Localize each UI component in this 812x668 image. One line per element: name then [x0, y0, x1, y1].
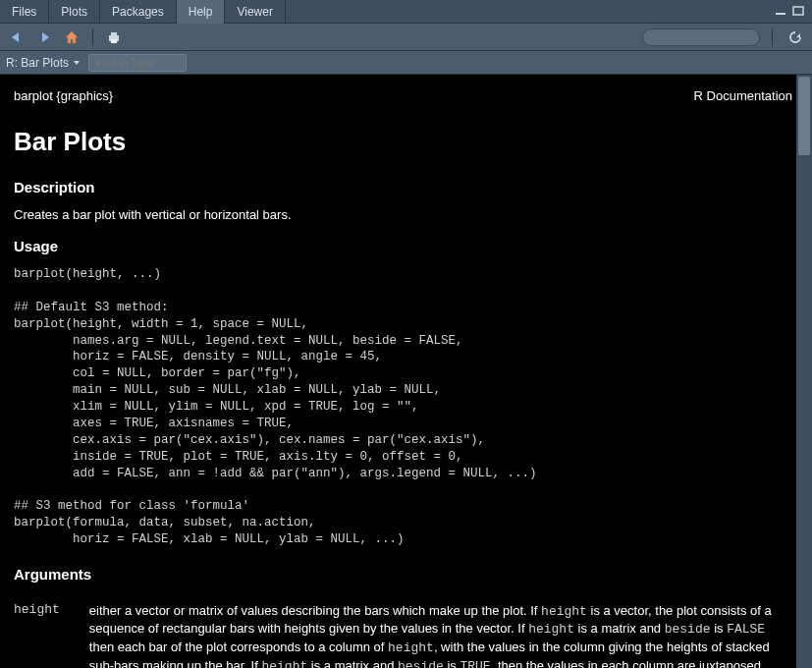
svg-rect-1 — [793, 7, 803, 15]
tab-packages[interactable]: Packages — [100, 0, 177, 24]
help-toolbar — [0, 24, 812, 51]
breadcrumb[interactable]: R: Bar Plots — [6, 56, 81, 70]
tab-files[interactable]: Files — [0, 0, 49, 24]
arg-desc: either a vector or matrix of values desc… — [89, 602, 792, 668]
breadcrumb-label: R: Bar Plots — [6, 56, 69, 70]
chevron-down-icon — [73, 60, 81, 66]
args-table: height either a vector or matrix of valu… — [14, 602, 792, 668]
description-text: Creates a bar plot with vertical or hori… — [14, 207, 792, 222]
svg-rect-0 — [776, 13, 785, 15]
tab-help[interactable]: Help — [177, 0, 226, 24]
back-button[interactable] — [6, 28, 27, 47]
rdoc-label: R Documentation — [694, 88, 792, 103]
help-subbar: R: Bar Plots — [0, 51, 812, 75]
tab-viewer[interactable]: Viewer — [225, 0, 285, 24]
minimize-icon[interactable] — [775, 5, 788, 19]
arg-row-height: height either a vector or matrix of valu… — [14, 602, 792, 668]
usage-code: barplot(height, ...) ## Default S3 metho… — [14, 266, 792, 548]
scrollbar-thumb[interactable] — [798, 77, 810, 155]
maximize-icon[interactable] — [792, 5, 806, 19]
window-controls — [775, 5, 812, 19]
arg-name: height — [14, 602, 89, 668]
svg-rect-4 — [111, 39, 117, 43]
help-search-input[interactable] — [653, 31, 788, 43]
desc-heading: Description — [14, 179, 792, 195]
refresh-button[interactable] — [785, 28, 806, 47]
print-button[interactable] — [103, 28, 125, 47]
help-search[interactable] — [642, 28, 760, 46]
help-content: barplot {graphics} R Documentation Bar P… — [0, 75, 812, 668]
usage-heading: Usage — [14, 238, 792, 254]
forward-button[interactable] — [33, 28, 55, 47]
page-title: Bar Plots — [14, 127, 792, 157]
tab-plots[interactable]: Plots — [49, 0, 100, 24]
find-in-topic-input[interactable] — [88, 54, 187, 72]
args-heading: Arguments — [14, 566, 792, 583]
pane-tabbar: Files Plots Packages Help Viewer — [0, 0, 812, 24]
pkg-label: barplot {graphics} — [14, 88, 113, 103]
vertical-scrollbar[interactable] — [796, 75, 812, 668]
svg-rect-3 — [111, 32, 117, 35]
home-button[interactable] — [61, 28, 82, 47]
